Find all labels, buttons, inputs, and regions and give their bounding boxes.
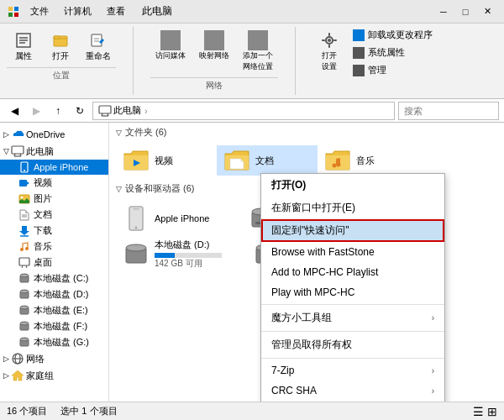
video-icon-sidebar [18,177,30,189]
svg-rect-16 [328,45,330,48]
ribbon-group-location: 属性 打开 [7,27,116,81]
close-button[interactable]: ✕ [477,3,497,20]
ribbon-btn-mapnet[interactable]: 映射网络 [194,27,234,76]
sidebar-item-disk-f[interactable]: 本地磁盘 (F:) [0,318,108,334]
nav-up[interactable]: ↑ [49,102,67,120]
sidebar-item-disk-d[interactable]: 本地磁盘 (D:) [0,286,108,302]
drive-item-d[interactable]: 本地磁盘 (D:) 142 GB 可用 [116,235,246,273]
ribbon-btn-rename[interactable]: 重命名 [81,27,116,66]
svg-point-28 [24,170,25,171]
address-bar: ◀ ▶ ↑ ↻ 此电脑 › [0,99,504,123]
ribbon-tabs: 文件 计算机 查看 [24,3,132,19]
sidebar-group-homegroup[interactable]: ▷ 家庭组 [0,367,108,384]
sidebar-group-thispc[interactable]: ▽ 此电脑 [0,143,108,160]
folder-item-video[interactable]: 视频 [116,145,217,176]
tab-file[interactable]: 文件 [24,3,55,19]
ribbon-btn-open[interactable]: 打开 [44,27,77,66]
context-menu: 打开(O) 在新窗口中打开(E) 固定到"快速访问" Browse with F… [260,173,445,402]
folder-music-label: 音乐 [356,155,375,167]
disk-g-icon [18,337,30,349]
ribbon-btn-sysprop-label: 系统属性 [368,46,405,59]
iphone-drive-label: Apple iPhone [155,213,209,223]
disk-c-icon [18,273,30,285]
drive-item-iphone[interactable]: Apple iPhone [116,202,242,235]
drives-section-label: 设备和驱动器 (6) [125,182,195,195]
ctx-pin-quick-access[interactable]: 固定到"快速访问" [261,219,444,242]
ribbon-btn-properties-label: 属性 [15,50,32,62]
address-field[interactable]: 此电脑 › [92,102,395,120]
sidebar-item-disk-e[interactable]: 本地磁盘 (E:) [0,302,108,318]
download-icon-sidebar [18,225,30,237]
ribbon-btn-media[interactable]: 访问媒体 [150,27,191,76]
ribbon-btn-sysprop[interactable]: 系统属性 [349,45,436,60]
ribbon-btn-manage[interactable]: 管理 [349,62,436,78]
svg-point-14 [328,39,331,42]
ctx-play-mpc[interactable]: Play with MPC-HC [261,282,444,302]
sidebar-item-disk-f-label: 本地磁盘 (F:) [34,320,87,333]
sidebar-item-desktop[interactable]: 桌面 [0,255,108,270]
nav-refresh[interactable]: ↻ [71,102,89,120]
minimize-button[interactable]: ─ [433,3,454,20]
nav-back[interactable]: ◀ [5,102,24,120]
sidebar-group-onedrive[interactable]: ▷ OneDrive [0,126,108,143]
bc-this-pc[interactable]: 此电脑 [113,104,141,117]
view-details-btn[interactable]: ☰ [473,405,484,418]
sidebar-item-downloads-label: 下载 [34,224,52,237]
ctx-7zip[interactable]: 7-Zip › [261,360,444,381]
ribbon-btn-media-label: 访问媒体 [155,50,186,61]
ctx-7zip-arrow: › [432,366,434,375]
svg-rect-1 [14,7,18,11]
disk-d-drive-icon [123,241,150,268]
sidebar-group-network[interactable]: ▷ 网络 [0,350,108,367]
sidebar-item-video[interactable]: 视频 [0,175,108,191]
ctx-mofang[interactable]: 魔方小工具组 › [261,307,444,329]
ctx-open-new-window[interactable]: 在新窗口中打开(E) [261,197,444,219]
status-item-count: 16 个项目 [7,405,47,417]
title-bar: 文件 计算机 查看 此电脑 ─ □ ✕ [0,0,504,24]
ctx-open[interactable]: 打开(O) [261,174,444,197]
ribbon-btn-manage-label: 管理 [368,64,386,76]
tab-view[interactable]: 查看 [100,3,132,19]
maximize-button[interactable]: □ [455,3,475,20]
svg-rect-17 [322,39,325,41]
ribbon-btn-uninstall[interactable]: 卸载或更改程序 [349,27,436,43]
tab-computer[interactable]: 计算机 [57,3,98,19]
sidebar-item-documents[interactable]: 文档 [0,207,108,223]
folder-item-documents[interactable]: 文档 [217,145,318,176]
svg-rect-9 [54,36,60,39]
ctx-add-mpc[interactable]: Add to MPC-HC Playlist [261,262,444,282]
ribbon: 属性 打开 [0,24,504,99]
picture-icon-sidebar [18,193,30,205]
ribbon-btn-properties[interactable]: 属性 [7,27,40,66]
folder-section-label: 文件夹 (6) [125,126,167,139]
sidebar-item-label-network: 网络 [26,353,45,365]
search-input[interactable] [398,102,499,120]
sidebar-item-iphone[interactable]: Apple iPhone [0,160,108,175]
view-icons-btn[interactable]: ⊞ [487,405,497,418]
nav-forward[interactable]: ▶ [27,102,45,120]
ribbon-btn-mapnet-label: 映射网络 [199,50,229,61]
svg-point-56 [337,163,341,167]
sidebar-item-disk-c[interactable]: 本地磁盘 (C:) [0,270,108,286]
sidebar-expand-network: ▷ [3,354,9,363]
folder-item-music[interactable]: 音乐 [318,145,418,176]
ctx-mofang-arrow: › [432,313,434,323]
ctx-browse-faststone[interactable]: Browse with FastStone [261,242,444,262]
folder-section-title[interactable]: ▽ 文件夹 (6) [109,123,504,142]
ctx-divider-1 [261,304,444,305]
sidebar-item-music[interactable]: 音乐 [0,239,108,255]
ctx-admin-own[interactable]: 管理员取得所有权 [261,333,444,356]
ribbon-sep-1 [133,27,134,95]
ribbon-buttons-system: 打开设置 卸载或更改程序 系统属性 管理 [312,27,436,78]
svg-point-46 [20,306,29,309]
sidebar-item-downloads[interactable]: 下载 [0,223,108,239]
ctx-crc[interactable]: CRC SHA › [261,381,444,401]
iphone-drive-icon [123,205,150,232]
sidebar-item-disk-g[interactable]: 本地磁盘 (G:) [0,334,108,350]
sidebar-expand-homegroup: ▷ [3,371,9,380]
ribbon-buttons-network: 访问媒体 映射网络 添加一个 网络位置 [150,27,278,76]
sidebar-item-pictures[interactable]: 图片 [0,191,108,207]
ribbon-btn-addnet[interactable]: 添加一个 网络位置 [238,27,278,76]
ctx-pin-quick-access-label: 固定到"快速访问" [271,223,349,238]
ribbon-btn-settings[interactable]: 打开设置 [312,27,346,78]
